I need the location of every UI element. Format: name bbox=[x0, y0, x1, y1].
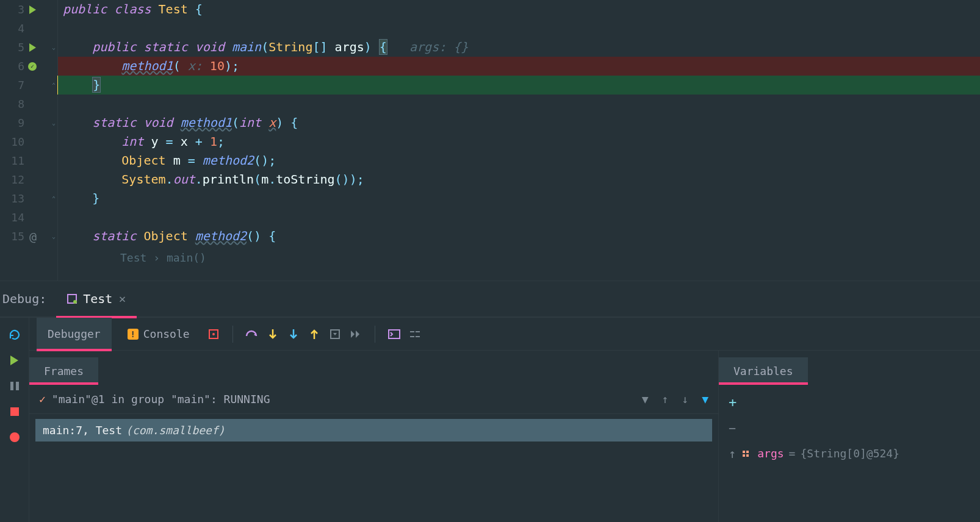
debug-session-tab[interactable]: Test × bbox=[56, 281, 137, 317]
chevron-down-icon[interactable]: ▼ bbox=[642, 393, 649, 406]
code-line[interactable]: public class Test { bbox=[58, 0, 980, 19]
remove-watch-icon[interactable]: − bbox=[729, 421, 737, 435]
frames-tab[interactable]: Frames bbox=[29, 357, 98, 385]
drop-frame-icon[interactable] bbox=[327, 326, 343, 342]
evaluate-expression-icon[interactable] bbox=[386, 326, 402, 342]
debug-side-toolbar bbox=[0, 318, 29, 522]
code-line[interactable]: Object m = method2(); bbox=[58, 151, 980, 170]
code-editor[interactable]: 3 4 5⌄ 6✓ 7⌃ 8 9⌄ 10 11 12 13⌃ 14 15@⌄ p… bbox=[0, 0, 980, 281]
array-icon bbox=[741, 448, 752, 459]
prev-frame-icon[interactable]: ↑ bbox=[661, 393, 668, 406]
debug-tool-window: Debug: Test × Debugger !Console bbox=[0, 281, 980, 522]
step-into-icon[interactable] bbox=[265, 326, 281, 342]
debug-label: Debug: bbox=[2, 291, 46, 306]
stack-frame[interactable]: main:7, Test (com.smallbeef) bbox=[35, 419, 712, 442]
fold-icon[interactable]: ⌄ bbox=[52, 44, 56, 51]
debug-toolbar: Debugger !Console bbox=[29, 318, 980, 351]
code-line[interactable]: public static void main(String[] args) {… bbox=[58, 38, 980, 57]
code-line[interactable]: static Object method2() { bbox=[58, 227, 980, 246]
thread-selector[interactable]: ✓ "main"@1 in group "main": RUNNING ▼ ↑ … bbox=[29, 385, 718, 414]
line-number: 4 bbox=[0, 22, 24, 35]
tab-debugger[interactable]: Debugger bbox=[37, 318, 112, 351]
svg-rect-0 bbox=[10, 382, 13, 390]
fold-icon[interactable]: ⌃ bbox=[52, 195, 56, 202]
next-frame-icon[interactable]: ↓ bbox=[682, 393, 688, 406]
code-line[interactable]: static void method1(int x) { bbox=[58, 113, 980, 132]
run-gutter-icon[interactable] bbox=[29, 5, 36, 14]
line-number: 11 bbox=[0, 154, 24, 167]
code-line[interactable]: } bbox=[58, 76, 980, 95]
line-number: 6 bbox=[0, 60, 24, 73]
run-config-icon bbox=[67, 294, 77, 304]
variables-panel: Variables + − ↑ args = {String[0]@524} bbox=[719, 351, 980, 522]
new-watch-icon[interactable]: + bbox=[729, 395, 737, 410]
line-number: 15 bbox=[0, 230, 24, 243]
run-config-name: Test bbox=[83, 291, 112, 306]
fold-icon[interactable]: ⌄ bbox=[52, 233, 56, 240]
variables-tab[interactable]: Variables bbox=[719, 357, 808, 385]
code-line[interactable]: int y = x + 1; bbox=[58, 132, 980, 151]
filter-icon[interactable]: ▼ bbox=[702, 393, 708, 406]
check-icon: ✓ bbox=[39, 393, 46, 406]
code-line[interactable] bbox=[58, 19, 980, 38]
trace-current-stream-chain-icon[interactable] bbox=[407, 326, 423, 342]
variable-value: {String[0]@524} bbox=[800, 447, 899, 460]
breakpoint-checked-icon[interactable]: ✓ bbox=[28, 62, 37, 71]
line-number: 8 bbox=[0, 98, 24, 110]
frame-package: (com.smallbeef) bbox=[126, 424, 225, 437]
line-number: 10 bbox=[0, 135, 24, 148]
line-number: 9 bbox=[0, 116, 24, 129]
svg-rect-16 bbox=[746, 454, 749, 457]
line-number: 13 bbox=[0, 192, 24, 205]
tab-console[interactable]: !Console bbox=[117, 318, 201, 351]
line-number: 3 bbox=[0, 3, 24, 16]
resume-icon[interactable] bbox=[9, 354, 21, 366]
pause-icon[interactable] bbox=[9, 380, 21, 392]
line-number: 5 bbox=[0, 41, 24, 54]
line-number: 7 bbox=[0, 79, 24, 91]
variable-row[interactable]: args = {String[0]@524} bbox=[737, 385, 904, 522]
run-gutter-icon[interactable] bbox=[29, 43, 36, 52]
step-over-icon[interactable] bbox=[244, 326, 260, 342]
svg-rect-15 bbox=[746, 451, 749, 453]
code-line[interactable] bbox=[58, 208, 980, 227]
breadcrumb[interactable]: Test › main() bbox=[58, 246, 980, 270]
code-line[interactable]: method1( x: 10); bbox=[58, 57, 980, 76]
line-number: 14 bbox=[0, 211, 24, 224]
code-line[interactable]: } bbox=[58, 189, 980, 208]
code-line[interactable]: System.out.println(m.toString()); bbox=[58, 170, 980, 189]
stop-icon[interactable] bbox=[9, 406, 21, 418]
svg-rect-8 bbox=[389, 330, 400, 338]
inlay-hint: args: {} bbox=[409, 40, 468, 54]
debug-header: Debug: Test × bbox=[0, 281, 980, 318]
thread-label: "main"@1 in group "main": RUNNING bbox=[52, 393, 270, 406]
gutter: 3 4 5⌄ 6✓ 7⌃ 8 9⌄ 10 11 12 13⌃ 14 15@⌄ bbox=[0, 0, 58, 281]
override-gutter-icon[interactable]: @ bbox=[29, 229, 37, 244]
run-to-cursor-icon[interactable] bbox=[348, 326, 364, 342]
svg-rect-1 bbox=[16, 382, 19, 390]
close-icon[interactable]: × bbox=[118, 291, 126, 306]
frames-panel: Frames ✓ "main"@1 in group "main": RUNNI… bbox=[29, 351, 719, 522]
move-up-icon[interactable]: ↑ bbox=[729, 446, 737, 461]
svg-point-3 bbox=[212, 333, 215, 335]
step-out-icon[interactable] bbox=[306, 326, 322, 342]
fold-icon[interactable]: ⌄ bbox=[52, 120, 56, 126]
variable-eq: = bbox=[789, 447, 796, 460]
rerun-icon[interactable] bbox=[9, 329, 21, 341]
variable-name: args bbox=[757, 447, 784, 460]
view-breakpoints-icon[interactable] bbox=[9, 431, 21, 443]
frame-location: main:7, Test bbox=[43, 424, 122, 437]
show-execution-point-icon[interactable] bbox=[206, 326, 222, 342]
force-step-into-icon[interactable] bbox=[286, 326, 301, 342]
svg-rect-13 bbox=[743, 451, 745, 453]
code-area[interactable]: public class Test { public static void m… bbox=[58, 0, 980, 281]
fold-icon[interactable]: ⌃ bbox=[52, 82, 56, 88]
code-line[interactable] bbox=[58, 95, 980, 113]
line-number: 12 bbox=[0, 173, 24, 186]
inlay-hint: x: bbox=[188, 59, 203, 73]
svg-rect-14 bbox=[743, 454, 745, 457]
warning-icon: ! bbox=[128, 329, 139, 340]
